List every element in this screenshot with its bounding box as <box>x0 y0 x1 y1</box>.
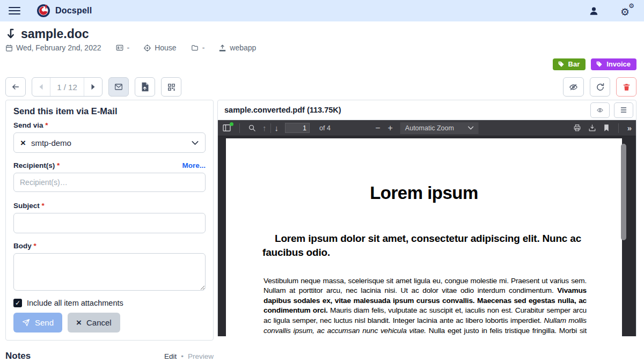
document-title: Lorem ipsum <box>226 183 622 203</box>
subject-label: Subject * <box>13 202 206 210</box>
pdf-page: Lorem ipsum Lorem ipsum dolor sit amet, … <box>226 138 622 336</box>
chevron-down-icon <box>468 126 474 130</box>
item-concerning: House <box>143 43 176 52</box>
attachments-checkbox-label: Include all item attachments <box>27 299 123 307</box>
print-icon[interactable] <box>573 124 581 132</box>
chevron-down-icon <box>192 141 199 145</box>
qr-code-icon <box>167 83 176 92</box>
send-via-value: smtp-demo <box>31 138 71 147</box>
bars-icon <box>620 107 627 113</box>
trash-icon <box>623 83 631 92</box>
document-paragraph: Vestibulum neque massa, scelerisque sit … <box>264 276 587 336</box>
x-icon: × <box>76 317 82 328</box>
notes-edit-link[interactable]: Edit <box>164 352 177 360</box>
attachment-pager: 1 / 12 <box>32 77 103 97</box>
pdf-toolbar: ↑ ↓ of 4 − + Automatic Zoom <box>218 120 636 136</box>
status-dot <box>230 122 233 126</box>
tag-invoice[interactable]: Invoice <box>591 58 636 70</box>
body-label: Body * <box>13 242 206 250</box>
zoom-select[interactable]: Automatic Zoom <box>400 122 479 134</box>
pdf-page-input[interactable] <box>285 123 310 133</box>
pager-indicator: 1 / 12 <box>50 78 84 96</box>
send-mail-button[interactable] <box>108 77 129 97</box>
item-folder: - <box>191 43 205 52</box>
cancel-button[interactable]: × Cancel <box>68 313 120 333</box>
qr-code-button[interactable] <box>161 77 181 97</box>
brand-name: Docspell <box>55 6 92 16</box>
eye-slash-icon <box>568 83 579 92</box>
docspell-logo-icon <box>36 4 50 18</box>
caret-right-icon <box>91 84 96 90</box>
mail-panel-title: Send this item via E-Mail <box>13 106 206 116</box>
tag-icon <box>596 61 603 68</box>
eye-icon <box>596 107 604 114</box>
pdf-page-count: of 4 <box>319 124 331 132</box>
attachments-checkbox[interactable]: ✓ <box>13 299 22 307</box>
search-icon[interactable] <box>248 124 256 132</box>
tags-row: Bar Invoice <box>5 58 636 70</box>
attachment-menu-button[interactable] <box>614 102 633 118</box>
caret-left-icon <box>39 84 43 90</box>
notes-title: Notes <box>5 351 31 361</box>
attachment-header: sample.converted.pdf (113.75K) <box>217 100 636 120</box>
delete-button[interactable] <box>616 77 636 97</box>
prev-page-button[interactable] <box>32 78 50 96</box>
send-via-label: Send via * <box>13 121 206 129</box>
envelope-icon <box>114 83 123 91</box>
more-link[interactable]: More... <box>182 161 206 169</box>
notes-section: Notes Edit • Preview <box>5 351 214 362</box>
folder-icon <box>191 44 199 51</box>
zoom-in-icon[interactable]: + <box>387 124 392 132</box>
top-navbar: Docspell ⚙ ⚙ <box>0 0 644 21</box>
menu-icon[interactable] <box>9 5 20 17</box>
document-subtitle: Lorem ipsum dolor sit amet, consectetur … <box>262 232 587 260</box>
body-textarea[interactable] <box>13 253 206 291</box>
scrollbar-thumb[interactable] <box>621 144 626 240</box>
bookmark-icon[interactable] <box>603 124 610 132</box>
attachment-view-button[interactable] <box>590 102 610 118</box>
send-button[interactable]: Send <box>13 313 62 333</box>
user-icon[interactable] <box>589 6 599 16</box>
pdf-sidebar-toggle-icon[interactable] <box>222 124 231 132</box>
file-upload-icon <box>141 82 149 92</box>
pdf-scrollbar[interactable] <box>620 136 627 336</box>
calendar-icon <box>5 44 13 52</box>
send-mail-panel: Send this item via E-Mail Send via * × s… <box>5 100 214 341</box>
arrow-down-icon <box>5 28 16 40</box>
brand[interactable]: Docspell <box>36 4 92 18</box>
next-page-button[interactable] <box>84 78 102 96</box>
subject-input[interactable] <box>13 213 206 233</box>
add-file-button[interactable] <box>135 77 155 97</box>
pdf-prev-page-icon[interactable]: ↑ <box>262 124 267 132</box>
page-title: sample.doc <box>21 27 89 41</box>
reprocess-button[interactable] <box>590 77 610 97</box>
redo-icon <box>596 83 605 92</box>
pdf-viewer: ↑ ↓ of 4 − + Automatic Zoom <box>217 120 636 336</box>
send-via-select[interactable]: × smtp-demo <box>13 132 206 153</box>
crosshairs-icon <box>143 44 151 52</box>
paper-plane-icon <box>22 319 30 327</box>
arrow-left-icon <box>11 83 20 91</box>
unconfirm-button[interactable] <box>563 77 584 97</box>
recipients-label: Recipient(s) * <box>13 161 60 169</box>
upload-icon <box>218 44 226 52</box>
tag-icon <box>558 61 565 68</box>
download-icon[interactable] <box>588 124 596 132</box>
item-date: Wed, February 2nd, 2022 <box>5 43 101 52</box>
more-tools-icon[interactable]: » <box>627 123 632 132</box>
tag-bar[interactable]: Bar <box>553 58 586 70</box>
notes-preview-link[interactable]: Preview <box>188 352 214 360</box>
item-correspondent: - <box>115 43 130 52</box>
item-meta-row: Wed, February 2nd, 2022 - House - webapp <box>5 43 636 52</box>
settings-gears-icon[interactable]: ⚙ ⚙ <box>620 5 633 17</box>
address-card-icon <box>115 44 124 51</box>
zoom-out-icon[interactable]: − <box>375 124 380 132</box>
back-button[interactable] <box>5 77 26 97</box>
pdf-content: Lorem ipsum Lorem ipsum dolor sit amet, … <box>218 136 636 336</box>
attachment-name: sample.converted.pdf (113.75K) <box>224 106 341 114</box>
item-source: webapp <box>218 43 256 52</box>
pdf-next-page-icon[interactable]: ↓ <box>275 124 279 132</box>
clear-icon[interactable]: × <box>20 138 26 147</box>
recipients-input[interactable] <box>13 173 206 192</box>
